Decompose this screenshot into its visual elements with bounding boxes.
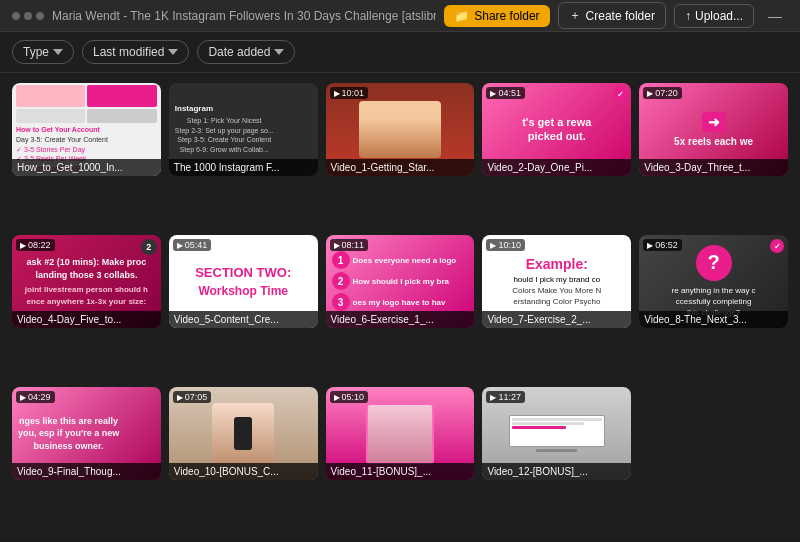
share-icon: 📁	[454, 9, 469, 23]
dot2	[24, 12, 32, 20]
chevron-down-icon	[274, 47, 284, 57]
type-filter-button[interactable]: Type	[12, 40, 74, 64]
list-item[interactable]: How to Get Your Account Day 3-5: Create …	[12, 83, 161, 176]
chevron-down-icon	[53, 47, 63, 57]
upload-button[interactable]: ↑ Upload...	[674, 4, 754, 28]
thumb-label: Video_10-[BONUS_C...	[169, 463, 318, 480]
video-duration: ▶ 08:22	[16, 239, 55, 251]
video-duration: ▶ 04:29	[16, 391, 55, 403]
thumb-label: Video_1-Getting_Star...	[326, 159, 475, 176]
video-duration: ▶ 05:10	[330, 391, 369, 403]
breadcrumb: Maria Wendt - The 1K Instagram Followers…	[52, 9, 436, 23]
list-item[interactable]: ▶ 07:20 ➜ 5x reels each we Video_3-Day_T…	[639, 83, 788, 176]
list-item[interactable]: ▶ 10:10 Example: hould I pick my brand c…	[482, 235, 631, 328]
date-added-filter-button[interactable]: Date added	[197, 40, 295, 64]
video-duration: ▶ 04:51	[486, 87, 525, 99]
video-duration: ▶ 06:52	[643, 239, 682, 251]
chevron-down-icon	[168, 47, 178, 57]
thumb-label: Video_7-Exercise_2_...	[482, 311, 631, 328]
thumb-label: How_to_Get_1000_In...	[12, 159, 161, 176]
list-item[interactable]: ▶ 04:29 nges like this are really you, e…	[12, 387, 161, 480]
thumb-label: Video_11-[BONUS]_...	[326, 463, 475, 480]
badge: ✓	[770, 239, 784, 253]
thumb-label: Video_2-Day_One_Pi...	[482, 159, 631, 176]
video-duration: ▶ 08:11	[330, 239, 369, 251]
thumb-label: Video_5-Content_Cre...	[169, 311, 318, 328]
thumb-label: The 1000 Instagram F...	[169, 159, 318, 176]
thumb-label: Video_12-[BONUS]_...	[482, 463, 631, 480]
create-folder-button[interactable]: ＋ Create folder	[558, 2, 666, 29]
list-item[interactable]: ▶ 05:10 Video_11-[BONUS]_...	[326, 387, 475, 480]
video-duration: ▶ 07:05	[173, 391, 212, 403]
dot3	[36, 12, 44, 20]
upload-icon: ↑	[685, 9, 691, 23]
header-actions: 📁 Share folder ＋ Create folder ↑ Upload.…	[444, 2, 788, 29]
list-item[interactable]: ▶ 11:27 Video_12-[BONUS]_...	[482, 387, 631, 480]
list-item[interactable]: ▶ 10:01 Video_1-Getting_Star...	[326, 83, 475, 176]
thumb-label: Video_4-Day_Five_to...	[12, 311, 161, 328]
last-modified-filter-button[interactable]: Last modified	[82, 40, 189, 64]
file-grid: How to Get Your Account Day 3-5: Create …	[0, 73, 800, 541]
window-controls	[12, 12, 44, 20]
thumb-label: Video_9-Final_Thoug...	[12, 463, 161, 480]
video-duration: ▶ 05:41	[173, 239, 212, 251]
plus-icon: ＋	[569, 7, 581, 24]
share-folder-button[interactable]: 📁 Share folder	[444, 5, 549, 27]
video-duration: ▶ 10:10	[486, 239, 525, 251]
list-item[interactable]: ▶ 06:52 ✓ ? re anything in the way c cce…	[639, 235, 788, 328]
dot1	[12, 12, 20, 20]
list-item[interactable]: ▶ 08:11 1 Does everyone need a logo 2 Ho…	[326, 235, 475, 328]
thumb-label: Video_3-Day_Three_t...	[639, 159, 788, 176]
list-item[interactable]: ▶ 08:22 2 ask #2 (10 mins): Make proc la…	[12, 235, 161, 328]
minimize-button[interactable]: —	[762, 6, 788, 26]
thumb-label: Video_6-Exercise_1_...	[326, 311, 475, 328]
toolbar: Type Last modified Date added	[0, 32, 800, 73]
breadcrumb-text: Maria Wendt - The 1K Instagram Followers…	[52, 9, 436, 23]
video-duration: ▶ 07:20	[643, 87, 682, 99]
list-item[interactable]: ▶ 04:51 ✓ t's get a rewa picked out. Vid…	[482, 83, 631, 176]
list-item[interactable]: Instagram Step 1: Pick Your Nicest Step …	[169, 83, 318, 176]
header: Maria Wendt - The 1K Instagram Followers…	[0, 0, 800, 32]
video-duration: ▶ 11:27	[486, 391, 525, 403]
list-item[interactable]: ▶ 05:41 SECTION TWO: Workshop Time Video…	[169, 235, 318, 328]
thumb-label: Video_8-The_Next_3...	[639, 311, 788, 328]
video-duration: ▶ 10:01	[330, 87, 369, 99]
badge: 2	[141, 239, 157, 255]
list-item[interactable]: ▶ 07:05 Video_10-[BONUS_C...	[169, 387, 318, 480]
